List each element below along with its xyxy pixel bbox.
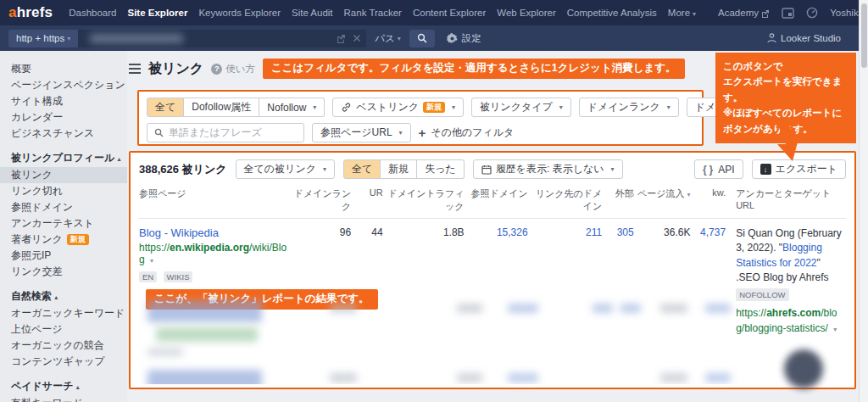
sidebar-item-top-pages[interactable]: 上位ページ [0,321,127,338]
sidebar-item-ref-domains[interactable]: 参照ドメイン [0,199,127,215]
open-external-icon[interactable] [337,34,346,43]
ahrefs-logo[interactable]: ahrefs [8,4,53,21]
person-icon [767,33,776,43]
sidebar-item-opportunities[interactable]: ビジネスチャンス [0,126,127,142]
main-content: 被リンク ? 使い方 ここはフィルタです。フィルタを設定・適用するとさらに1クレ… [127,51,859,402]
export-button[interactable]: ↓エクスポート [752,159,846,179]
nav-web-explorer[interactable]: Web Explorer [497,8,555,18]
external-link-icon [761,9,770,18]
chevron-down-icon: ▾ [150,257,153,265]
status-tab-group: 全て 新規 失った [343,159,465,179]
sidebar-item-organic-competitors[interactable]: オーガニックの競合 [0,338,127,354]
page-title: 被リンク [148,60,203,78]
chevron-down-icon: ▾ [398,35,401,42]
calendar-icon [481,165,492,175]
sidebar-item-page-inspection[interactable]: ページインスペクション [0,77,127,93]
filter-annotation: ここはフィルタです。フィルタを設定・適用するとさらに1クレジット消費します。 [263,59,685,79]
nav-site-audit[interactable]: Site Audit [292,8,333,18]
search-button[interactable] [409,30,435,47]
col-page-views[interactable]: ページ流入▾ [634,187,691,213]
phrase-search-input[interactable]: 単語またはフレーズ [147,123,304,142]
sidebar-toggle-icon[interactable] [129,64,141,74]
gear-icon [447,33,458,44]
lang-tag: EN [139,271,157,282]
nav-more[interactable]: More▾ [668,8,696,18]
filter-dofollow-button[interactable]: Dofollow属性 [184,98,259,117]
sidebar-item-content-gap[interactable]: コンテンツギャップ [0,354,127,370]
tab-new[interactable]: 新規 [381,159,417,179]
backlink-type-dropdown[interactable]: 被リンクタイプ▾ [471,98,571,117]
sidebar-item-broken-links[interactable]: リンク切れ [0,183,127,199]
chevron-up-icon: ▴ [76,383,80,391]
follow-filter-group: 全て Dofollow属性 Nofollow▾ [147,98,325,117]
chevron-down-icon: ▾ [399,129,403,137]
nav-dashboard[interactable]: Dashboard [69,8,116,18]
scrollbar-thumb[interactable] [861,3,867,68]
filter-nofollow-dropdown[interactable]: Nofollow▾ [259,98,325,117]
col-anchor-target[interactable]: アンカーとターゲットURL [726,187,843,213]
ref-page-title-link[interactable]: Blog - Wikipedia [139,226,219,239]
search-icon [417,33,427,43]
sidebar-item-ref-ips[interactable]: 参照元IP [0,248,127,264]
sidebar-section-backlink-profile[interactable]: 被リンクプロフィール ▴ [0,142,127,167]
sidebar-item-backlinks[interactable]: 被リンク [0,167,127,183]
chevron-up-icon: ▴ [54,293,58,301]
chevron-down-icon: ▾ [559,103,563,111]
protocol-dropdown[interactable]: http + https▾ [8,30,78,47]
download-icon: ↓ [760,164,771,175]
chevron-up-icon: ▴ [118,155,121,163]
nav-content-explorer[interactable]: Content Explorer [413,8,486,18]
ref-page-url-dropdown[interactable]: 参照ページURL▾ [312,123,411,142]
tab-all[interactable]: 全て [343,159,381,179]
col-linked-domains[interactable]: リンク先のドメイン [528,187,603,213]
sidebar-item-link-intersect[interactable]: リンク交差 [0,264,127,280]
domain-rank-dropdown[interactable]: ドメインランク▾ [579,98,679,117]
sidebar-section-paid-search[interactable]: ペイドサーチ ▴ [0,370,127,395]
nav-competitive-analysis[interactable]: Competitive Analysis [567,8,657,18]
chevron-down-icon: ▾ [67,35,70,42]
history-dropdown[interactable]: 履歴を表示: 表示しない▾ [473,159,623,179]
browser-icon[interactable] [782,8,794,19]
looker-studio-link[interactable]: Looker Studio [767,33,841,43]
sidebar-section-organic-search[interactable]: 自然検索 ▴ [0,280,127,305]
nav-rank-tracker[interactable]: Rank Tracker [344,8,402,18]
col-kw[interactable]: kw. [690,187,726,213]
filters-panel: 全て Dofollow属性 Nofollow▾ ベストリンク 新規 ▾ 被リンク… [137,90,704,146]
sidebar-item-author-links[interactable]: 著者リンク新規 [0,232,127,248]
col-ref-domains[interactable]: 参照ドメイン [465,187,528,213]
path-mode-dropdown[interactable]: パス▾ [366,32,409,45]
col-ref-page[interactable]: 参照ページ [139,187,287,213]
table-header-row: 参照ページ ドメインランク UR ドメイントラフィック 参照ドメイン リンク先の… [139,179,846,219]
tab-lost[interactable]: 失った [417,159,465,179]
backlinks-results-panel: 388,626 被リンク 全ての被リンク▾ 全て 新規 失った 履歴を表示: 表… [129,151,856,389]
nav-site-explorer[interactable]: Site Explorer [128,8,188,18]
api-button[interactable]: { }API [694,159,743,179]
sidebar-item-site-structure[interactable]: サイト構成 [0,93,127,109]
blurred-target-value [90,34,183,43]
gauge-icon[interactable] [806,7,818,19]
col-external[interactable]: 外部 [602,187,634,213]
sidebar-item-anchors[interactable]: アンカーテキスト [0,215,127,232]
page-scrollbar[interactable] [859,0,868,402]
filter-all-button[interactable]: 全て [147,98,184,117]
question-icon: ? [211,64,222,75]
ref-page-url[interactable]: https://en.wikipedia.org/wiki/Blog ▾ [139,242,287,265]
how-to-use-link[interactable]: ? 使い方 [211,63,255,75]
nav-academy[interactable]: Academy [718,8,770,18]
sidebar-item-overview[interactable]: 概要 [0,61,127,77]
backlink-group-dropdown[interactable]: 全ての被リンク▾ [236,159,335,179]
report-sidebar: 概要 ページインスペクション サイト構成 カレンダー ビジネスチャンス 被リンク… [0,51,127,402]
settings-button[interactable]: 設定 [447,32,481,45]
chat-widget-blurred[interactable] [784,349,823,388]
sidebar-item-calendar[interactable]: カレンダー [0,109,127,126]
col-domain-rank[interactable]: ドメインランク [287,187,351,213]
target-url-input[interactable] [78,30,366,47]
sidebar-item-organic-keywords[interactable]: オーガニックキーワード [0,305,127,321]
col-ur[interactable]: UR [351,187,383,213]
more-filters-button[interactable]: +その他のフィルタ [419,126,515,140]
sidebar-item-paid-keywords[interactable]: 有料キーワード [0,395,127,402]
nav-keywords-explorer[interactable]: Keywords Explorer [198,8,281,18]
best-links-dropdown[interactable]: ベストリンク 新規 ▾ [332,98,464,117]
col-domain-traffic[interactable]: ドメイントラフィック [383,187,465,213]
clear-icon[interactable] [353,34,361,42]
